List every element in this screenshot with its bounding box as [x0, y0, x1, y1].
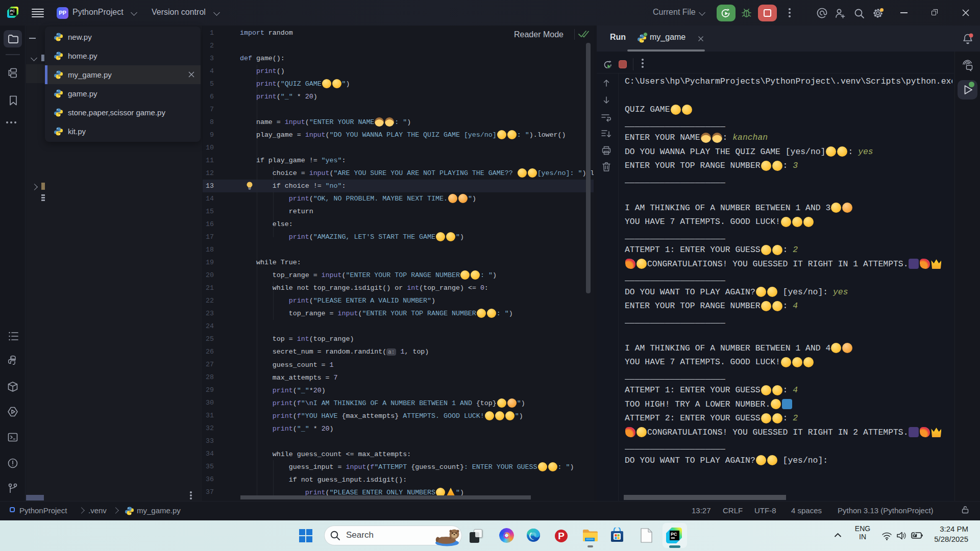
svg-text:PC: PC [10, 9, 15, 13]
svg-text:PC: PC [671, 532, 677, 537]
